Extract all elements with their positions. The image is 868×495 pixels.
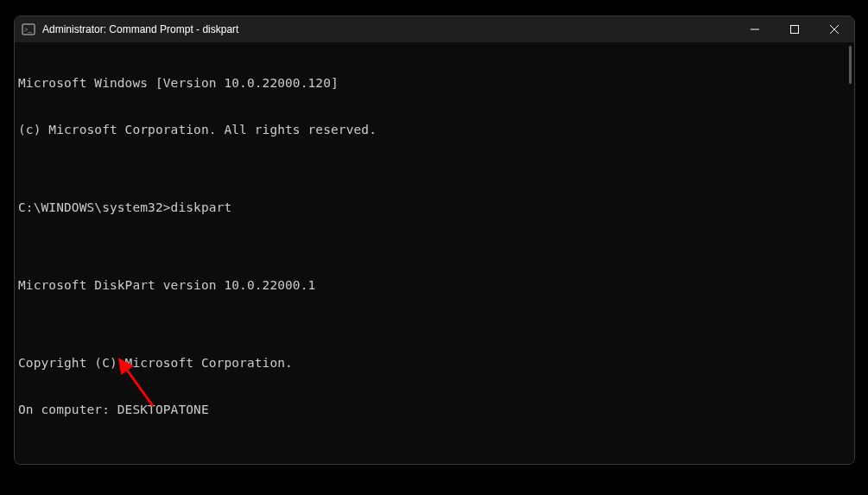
titlebar[interactable]: >_ Administrator: Command Prompt - diskp…	[15, 16, 854, 42]
scrollbar-thumb[interactable]	[849, 46, 852, 84]
close-button[interactable]	[814, 16, 854, 42]
terminal-line: Microsoft DiskPart version 10.0.22000.1	[18, 277, 851, 293]
minimize-button[interactable]	[735, 16, 775, 42]
terminal-line: Microsoft Windows [Version 10.0.22000.12…	[18, 75, 851, 91]
terminal-line: (c) Microsoft Corporation. All rights re…	[18, 122, 851, 137]
terminal-output[interactable]: Microsoft Windows [Version 10.0.22000.12…	[15, 42, 854, 465]
command-prompt-window: >_ Administrator: Command Prompt - diskp…	[14, 16, 855, 465]
terminal-line: On computer: DESKTOPATONE	[18, 402, 851, 417]
svg-rect-3	[791, 26, 799, 34]
terminal-line: Copyright (C) Microsoft Corporation.	[18, 355, 851, 371]
window-title: Administrator: Command Prompt - diskpart	[42, 23, 238, 35]
svg-text:>_: >_	[24, 26, 33, 34]
terminal-line: C:\WINDOWS\system32>diskpart	[18, 200, 851, 215]
maximize-button[interactable]	[775, 16, 814, 42]
cmd-icon: >_	[22, 22, 35, 36]
